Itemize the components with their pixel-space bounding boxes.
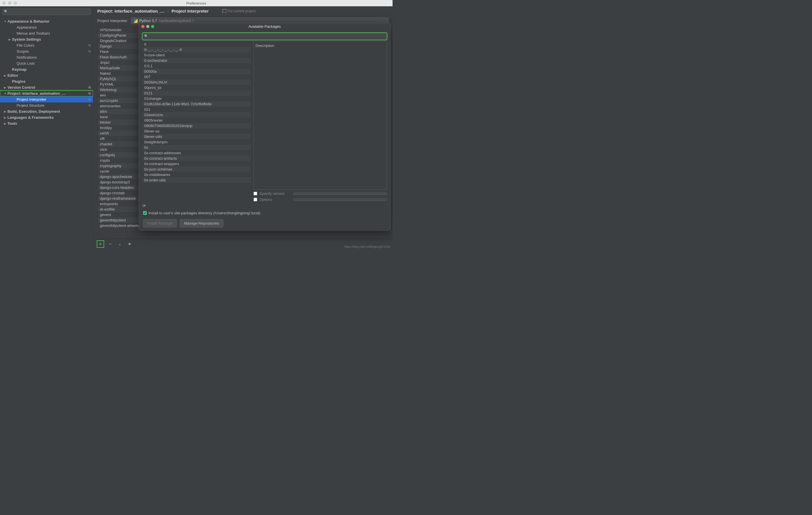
add-package-button[interactable]: + [97,241,104,247]
list-item[interactable]: 0wdg9nbmpm [143,139,251,145]
footer-url: https://blog.csdn.net/linglong911224 [345,245,390,248]
list-item[interactable]: 02exercicio [143,112,251,118]
sidebar: 🔍 ▼Appearance & BehaviorAppearanceMenus … [0,6,93,249]
breadcrumb-sep: › [167,9,169,13]
tree-item[interactable]: ▼Appearance & Behavior [0,18,93,24]
install-user-checkbox[interactable] [143,211,147,215]
list-item[interactable]: 0-._.-._.-._.-._.-._.-._.-0 [143,47,251,52]
tree-item[interactable]: Quick Lists [0,60,93,66]
dialog-title: Available Packages [248,24,281,29]
dialog-zoom-icon[interactable] [151,25,154,28]
chevron-icon: ▶ [4,116,7,119]
window-titlebar: Preferences [0,0,393,6]
breadcrumb-project: Project: interface_automation_… [97,8,165,13]
zoom-icon[interactable] [14,1,17,5]
specify-version-checkbox[interactable] [254,192,257,195]
minimize-icon[interactable] [8,1,11,5]
project-badge-icon: ⧉ [88,44,91,47]
show-early-button[interactable]: 👁 [126,241,133,247]
list-item[interactable]: 090807040506030201testpip [143,123,251,128]
package-search-input[interactable] [143,33,387,40]
list-item[interactable]: 0lever-utils [143,134,251,139]
tree-item-label: Editor [7,73,91,78]
list-item[interactable]: 0.0.1 [143,63,251,69]
install-user-label: Install to user's site packages director… [148,211,260,215]
dialog-close-icon[interactable] [141,25,144,28]
tree-item-label: Build, Execution, Deployment [7,109,91,114]
interpreter-label: Project Interpreter: [97,19,128,23]
options-input[interactable] [293,199,387,201]
tree-item-label: Languages & Frameworks [7,115,91,120]
tree-item-label: Appearance & Behavior [7,19,91,24]
list-item[interactable]: 01changer [143,96,251,101]
tree-item[interactable]: Menus and Toolbars [0,30,93,36]
tree-item[interactable]: ▶Tools [0,120,93,126]
list-item[interactable]: 0x-order-utils [143,177,251,183]
chevron-icon: ▶ [4,86,7,89]
tree-item[interactable]: ▶Languages & Frameworks [0,114,93,120]
tree-item[interactable]: Plugins [0,78,93,84]
tree-item[interactable]: Keymap [0,66,93,73]
chevron-icon: ▶ [4,110,7,113]
list-item[interactable]: 00SMALINUX [143,80,251,85]
tree-item[interactable]: ▶Build, Execution, Deployment [0,109,93,114]
settings-tree[interactable]: ▼Appearance & BehaviorAppearanceMenus an… [0,17,93,249]
list-item[interactable]: 00print_lol [143,85,251,90]
tree-item[interactable]: Notifications [0,54,93,60]
install-package-button[interactable]: Install Package [143,219,177,227]
tree-item[interactable]: ▶Editor [0,73,93,78]
search-icon: 🔍 [4,10,8,13]
chevron-icon: ▼ [4,92,7,95]
description-label: Description [256,44,385,48]
package-list[interactable]: 00-._.-._.-._.-._.-._.-._.-00-core-clien… [143,41,251,202]
options-checkbox[interactable] [254,198,257,201]
available-packages-dialog: Available Packages 🔍 00-._.-._.-._.-._.-… [139,23,390,231]
list-item[interactable]: 0lever-so [143,128,251,134]
version-select[interactable] [293,193,387,195]
project-badge-icon: ⧉ [88,50,91,53]
tree-item-label: Project Interpreter [17,97,87,102]
upgrade-package-button[interactable]: ▲ [117,241,123,247]
specify-version-row: Specify version [254,192,387,196]
list-item[interactable]: 0121 [143,90,251,96]
list-item[interactable]: 0x-contract-wrappers [143,161,251,167]
list-item[interactable]: 021 [143,107,251,112]
package-search[interactable]: 🔍 [143,33,387,40]
list-item[interactable]: 007 [143,74,251,80]
sidebar-search[interactable]: 🔍 [2,8,91,15]
list-item[interactable]: 0x-middlewares [143,172,251,177]
refresh-icon[interactable]: ⟳ [143,203,146,208]
tree-item-label: Scopes [17,49,87,54]
tree-item-label: Appearance [17,25,91,29]
tree-item[interactable]: ▼Project: interface_automation_…⧉ [0,90,93,96]
list-item[interactable]: 01d61084-d29e-11e9-96d1-7c5cf84ffe8e [143,101,251,107]
dialog-minimize-icon[interactable] [146,25,149,28]
list-item[interactable]: 0-core-client [143,52,251,58]
dialog-traffic-lights [141,25,154,28]
close-icon[interactable] [2,1,6,5]
tree-item[interactable]: Project Interpreter⧉ [0,96,93,103]
tree-item[interactable]: ▶System Settings [0,36,93,42]
list-item[interactable]: 0-orchestrator [143,58,251,63]
list-item[interactable]: 0x-contract-artifacts [143,155,251,161]
tree-item[interactable]: Scopes⧉ [0,48,93,54]
tree-item[interactable]: ▶Version Control⧉ [0,84,93,90]
remove-package-button[interactable]: − [107,241,113,247]
list-item[interactable]: 0x-json-schemas [143,167,251,172]
sidebar-search-input[interactable] [2,8,91,15]
list-item[interactable]: 00000a [143,69,251,74]
tree-item[interactable]: Project Structure⧉ [0,103,93,109]
tree-item-label: Notifications [17,55,91,59]
tree-item[interactable]: Appearance [0,24,93,30]
list-item[interactable]: 0x [143,145,251,150]
list-item[interactable]: 0 [143,41,251,47]
tree-item-label: Tools [7,121,91,125]
options-label: Options [260,197,291,202]
tree-item-label: File Colors [17,43,87,48]
tree-item[interactable]: File Colors⧉ [0,42,93,48]
list-item[interactable]: 0805nexter [143,118,251,123]
copy-icon [223,9,226,13]
list-item[interactable]: 0x-contract-addresses [143,150,251,155]
tree-item-label: Keymap [12,67,91,71]
manage-repositories-button[interactable]: Manage Repositories [180,219,224,227]
